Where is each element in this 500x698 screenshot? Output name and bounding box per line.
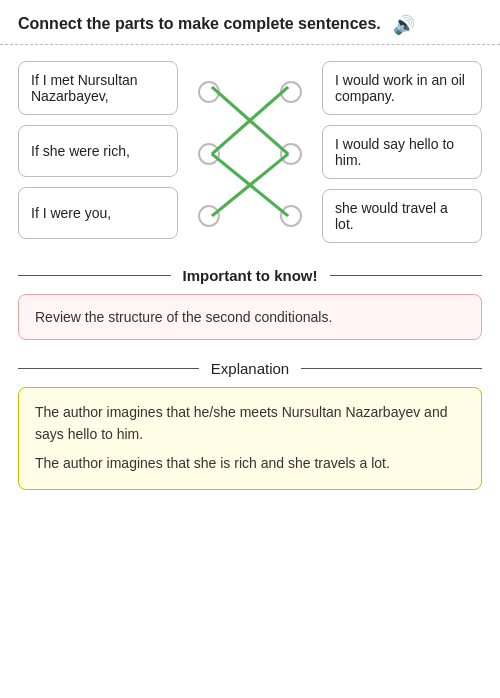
circle-row-3 <box>190 190 310 242</box>
divider-left <box>18 275 171 277</box>
important-content: Review the structure of the second condi… <box>35 309 332 325</box>
matching-container: If I met Nursultan Nazarbayev, If she we… <box>18 61 482 247</box>
divider-right <box>330 275 483 277</box>
right-circle-1[interactable] <box>280 81 302 103</box>
important-box: Review the structure of the second condi… <box>18 294 482 340</box>
explanation-para-1: The author imagines that he/she meets Nu… <box>35 402 465 445</box>
right-item-3[interactable]: she would travel a lot. <box>322 189 482 243</box>
left-circle-3[interactable] <box>198 205 220 227</box>
left-item-2[interactable]: If she were rich, <box>18 125 178 177</box>
right-column: I would work in an oil company. I would … <box>322 61 482 247</box>
explanation-divider-right <box>301 368 482 370</box>
circle-row-2 <box>190 128 310 180</box>
left-column: If I met Nursultan Nazarbayev, If she we… <box>18 61 178 247</box>
right-circle-2[interactable] <box>280 143 302 165</box>
left-circle-1[interactable] <box>198 81 220 103</box>
explanation-label: Explanation <box>199 360 301 377</box>
right-circle-3[interactable] <box>280 205 302 227</box>
important-label: Important to know! <box>171 267 330 284</box>
explanation-para-2: The author imagines that she is rich and… <box>35 453 465 475</box>
matching-section: If I met Nursultan Nazarbayev, If she we… <box>0 45 500 257</box>
circle-row-1 <box>190 66 310 118</box>
audio-icon[interactable]: 🔊 <box>393 14 415 36</box>
left-item-3[interactable]: If I were you, <box>18 187 178 239</box>
explanation-section-header: Explanation <box>0 350 500 387</box>
right-item-2[interactable]: I would say hello to him. <box>322 125 482 179</box>
middle-column <box>190 61 310 247</box>
important-section-header: Important to know! <box>0 257 500 294</box>
right-item-1[interactable]: I would work in an oil company. <box>322 61 482 115</box>
page-title: Connect the parts to make complete sente… <box>18 15 381 32</box>
left-circle-2[interactable] <box>198 143 220 165</box>
page-header: Connect the parts to make complete sente… <box>0 0 500 45</box>
explanation-box: The author imagines that he/she meets Nu… <box>18 387 482 490</box>
explanation-divider-left <box>18 368 199 370</box>
left-item-1[interactable]: If I met Nursultan Nazarbayev, <box>18 61 178 115</box>
